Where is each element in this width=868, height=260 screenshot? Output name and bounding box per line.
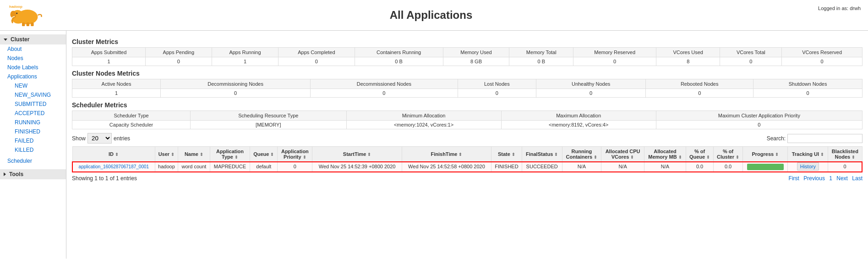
sort-progress-icon: ⇕ (775, 152, 779, 157)
progress-bar-container (747, 164, 784, 170)
sort-app-type-icon: ⇕ (235, 155, 238, 160)
val-apps-completed: 0 (278, 57, 355, 66)
cell-progress (743, 162, 788, 172)
cell-running-containers: N/A (562, 162, 601, 172)
sidebar-item-finished[interactable]: FINISHED (0, 127, 66, 136)
val-memory-used: 8 GB (443, 57, 509, 66)
app-id-link[interactable]: application_1606287067187_0001 (79, 164, 149, 169)
sidebar-item-failed[interactable]: FAILED (0, 136, 66, 145)
pagination-first[interactable]: First (789, 175, 799, 182)
pagination-last[interactable]: Last (852, 175, 863, 182)
main-layout: Cluster About Nodes Node Labels Applicat… (0, 31, 868, 259)
cell-name: word count (178, 162, 210, 172)
cluster-nodes-metrics-table: Active Nodes Decommissioning Nodes Decom… (72, 79, 863, 98)
logged-in-text: Logged in as: drwh (818, 4, 861, 11)
th-running-containers[interactable]: RunningContainers ⇕ (562, 147, 601, 162)
search-input[interactable] (787, 134, 863, 143)
svg-rect-7 (27, 22, 29, 26)
th-app-priority[interactable]: ApplicationPriority ⇕ (278, 147, 312, 162)
th-app-type[interactable]: ApplicationType ⇕ (210, 147, 250, 162)
cell-final-status: SUCCEEDED (522, 162, 562, 172)
val-shutdown-nodes: 0 (753, 89, 863, 98)
sidebar-item-nodes[interactable]: Nodes (0, 54, 66, 63)
val-decommissioning-nodes: 0 (161, 89, 311, 98)
sort-tracking-icon: ⇕ (820, 152, 824, 157)
val-apps-running: 1 (212, 57, 278, 66)
sort-name-icon: ⇕ (200, 152, 203, 157)
scheduler-metrics-title: Scheduler Metrics (72, 101, 863, 109)
th-finish-time[interactable]: FinishTime ⇕ (402, 147, 491, 162)
th-alloc-cpu[interactable]: Allocated CPUVCores ⇕ (601, 147, 644, 162)
sort-start-icon: ⇕ (367, 152, 371, 157)
col-memory-reserved: Memory Reserved (573, 48, 656, 57)
sidebar-item-new[interactable]: NEW (0, 81, 66, 90)
sort-pq-icon: ⇕ (706, 155, 710, 160)
th-tracking[interactable]: Tracking UI ⇕ (788, 147, 828, 162)
pagination-previous[interactable]: Previous (803, 175, 825, 182)
pagination: Showing 1 to 1 of 1 entries First Previo… (72, 175, 863, 182)
sidebar-item-submitted[interactable]: SUBMITTED (0, 100, 66, 109)
cell-id: application_1606287067187_0001 (72, 162, 155, 172)
cluster-arrow-icon (4, 39, 7, 41)
pagination-next[interactable]: Next (836, 175, 848, 182)
th-alloc-memory[interactable]: AllocatedMemory MB ⇕ (644, 147, 686, 162)
col-lost-nodes: Lost Nodes (458, 79, 536, 89)
cell-pct-cluster: 0.0 (714, 162, 743, 172)
page-title: All Applications (44, 9, 818, 22)
show-entries: Show 20 50 100 entries (72, 133, 130, 144)
th-pct-queue[interactable]: % ofQueue ⇕ (686, 147, 714, 162)
th-progress[interactable]: Progress ⇕ (743, 147, 788, 162)
val-containers-running: 0 B (355, 57, 443, 66)
sidebar-item-killed[interactable]: KILLED (0, 145, 66, 155)
sidebar-item-new-saving[interactable]: NEW_SAVING (0, 90, 66, 100)
sort-final-icon: ⇕ (554, 152, 558, 157)
val-maximum-allocation: <memory:8192, vCores:4> (501, 121, 656, 129)
cell-finish-time: Wed Nov 25 14:52:58 +0800 2020 (402, 162, 491, 172)
entries-select[interactable]: 20 50 100 (87, 133, 112, 144)
th-final-status[interactable]: FinalStatus ⇕ (522, 147, 562, 162)
sidebar-tools-header[interactable]: Tools (0, 169, 66, 179)
th-id[interactable]: ID ⇕ (72, 147, 155, 162)
sort-user-icon: ⇕ (171, 152, 175, 157)
th-pct-cluster[interactable]: % ofCluster ⇕ (714, 147, 743, 162)
th-start-time[interactable]: StartTime ⇕ (312, 147, 402, 162)
cell-alloc-memory: N/A (644, 162, 686, 172)
val-unhealthy-nodes: 0 (536, 89, 646, 98)
history-link[interactable]: History (797, 162, 819, 171)
tools-label: Tools (9, 171, 23, 177)
progress-bar-fill (747, 164, 784, 170)
sidebar-cluster-header[interactable]: Cluster (0, 34, 66, 44)
col-vcores-reserved: VCores Reserved (782, 48, 863, 57)
col-scheduling-resource-type: Scheduling Resource Type (191, 111, 346, 121)
show-search-row: Show 20 50 100 entries Search: (72, 133, 863, 146)
sidebar-item-applications[interactable]: Applications (0, 72, 66, 81)
cell-blacklisted: 0 (828, 162, 862, 172)
col-scheduler-type: Scheduler Type (72, 111, 191, 121)
th-name[interactable]: Name ⇕ (178, 147, 210, 162)
sidebar-item-running[interactable]: RUNNING (0, 118, 66, 127)
sort-finish-icon: ⇕ (459, 152, 462, 157)
show-label: Show (72, 135, 86, 142)
table-row: application_1606287067187_0001 hadoop wo… (72, 162, 862, 172)
val-apps-pending: 0 (146, 57, 212, 66)
th-queue[interactable]: Queue ⇕ (250, 147, 278, 162)
th-blacklisted[interactable]: BlacklistedNodes ⇕ (828, 147, 862, 162)
cell-queue: default (250, 162, 278, 172)
pagination-links: First Previous 1 Next Last (786, 175, 863, 182)
val-minimum-allocation: <memory:1024, vCores:1> (346, 121, 501, 129)
th-state[interactable]: State ⇕ (491, 147, 522, 162)
sidebar-item-accepted[interactable]: ACCEPTED (0, 109, 66, 118)
sort-pc-icon: ⇕ (736, 155, 739, 160)
col-memory-used: Memory Used (443, 48, 509, 57)
val-active-nodes: 1 (72, 89, 161, 98)
sidebar-item-about[interactable]: About (0, 44, 66, 54)
pagination-page[interactable]: 1 (829, 175, 832, 182)
svg-text:hadoop: hadoop (9, 5, 22, 9)
cell-app-type: MAPREDUCE (210, 162, 250, 172)
sidebar-item-node-labels[interactable]: Node Labels (0, 63, 66, 72)
cell-start-time: Wed Nov 25 14:52:39 +0800 2020 (312, 162, 402, 172)
col-containers-running: Containers Running (355, 48, 443, 57)
sidebar-item-scheduler[interactable]: Scheduler (0, 156, 66, 166)
th-user[interactable]: User ⇕ (155, 147, 178, 162)
val-rebooted-nodes: 0 (646, 89, 753, 98)
